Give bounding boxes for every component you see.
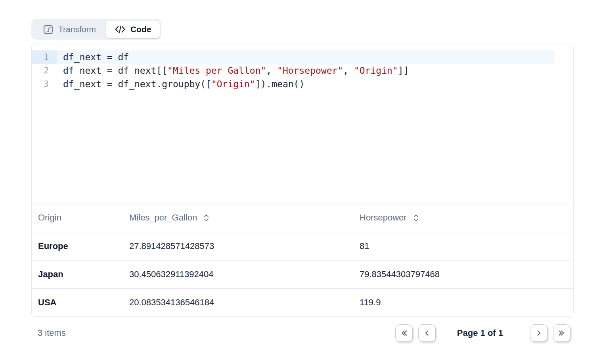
column-label: Origin: [38, 213, 61, 223]
table-row: Europe27.89142857142857381: [32, 232, 573, 261]
code-line[interactable]: 3df_next = df_next.groupby(["Origin"]).m…: [32, 77, 573, 91]
result-table: Origin Miles_per_Gallon: [32, 203, 573, 316]
column-header-horsepower[interactable]: Horsepower: [353, 203, 573, 232]
code-line[interactable]: 1df_next = df: [32, 50, 573, 64]
gutter-divider: [57, 44, 57, 96]
code-and-table-panel: 1df_next = df2df_next = df_next[["Miles_…: [31, 44, 574, 317]
tab-code[interactable]: Code: [106, 21, 160, 38]
row-label-origin: Europe: [32, 232, 123, 261]
cell-miles-per-gallon: 30.450632911392404: [123, 261, 353, 289]
code-line[interactable]: 2df_next = df_next[["Miles_per_Gallon", …: [32, 64, 573, 77]
pagination: Page 1 of 1: [395, 324, 570, 342]
column-header-origin: Origin: [32, 203, 123, 232]
function-icon: f: [43, 25, 53, 34]
sort-icon[interactable]: [413, 214, 419, 222]
view-tab-bar: f Transform Code: [31, 19, 161, 40]
cell-miles-per-gallon: 20.083534136546184: [123, 289, 353, 317]
table-row: Japan30.45063291139240479.83544303797468: [32, 261, 573, 289]
column-label: Horsepower: [360, 213, 407, 223]
svg-text:f: f: [47, 26, 51, 33]
next-page-button[interactable]: [530, 324, 547, 342]
tab-label: Transform: [58, 25, 96, 34]
table-header-row: Origin Miles_per_Gallon: [32, 203, 573, 232]
row-label-origin: Japan: [32, 261, 123, 289]
code-line-text: df_next = df: [57, 50, 554, 64]
last-page-button[interactable]: [553, 324, 570, 342]
double-chevron-left-icon: [400, 329, 408, 337]
cell-horsepower: 81: [353, 232, 573, 261]
items-count: 3 items: [38, 328, 66, 338]
tab-transform[interactable]: f Transform: [33, 21, 106, 38]
cell-horsepower: 79.83544303797468: [353, 261, 573, 289]
table-row: USA20.083534136546184119.9: [32, 289, 573, 317]
sort-icon[interactable]: [203, 214, 209, 222]
tab-label: Code: [130, 25, 151, 34]
table-footer: 3 items Page 1 of 1: [31, 322, 574, 344]
previous-page-button[interactable]: [418, 324, 436, 342]
first-page-button[interactable]: [395, 324, 413, 342]
page: f Transform Code 1df_next = df2df_next =…: [0, 0, 601, 364]
code-line-text: df_next = df_next[["Miles_per_Gallon", "…: [57, 64, 554, 77]
column-label: Miles_per_Gallon: [129, 213, 197, 223]
line-number: 3: [32, 77, 57, 91]
code-line-text: df_next = df_next.groupby(["Origin"]).me…: [57, 77, 554, 91]
double-chevron-right-icon: [557, 329, 566, 337]
cell-miles-per-gallon: 27.891428571428573: [123, 232, 353, 261]
chevron-right-icon: [534, 329, 543, 337]
row-label-origin: USA: [32, 289, 123, 317]
code-icon: [115, 25, 125, 33]
cell-horsepower: 119.9: [353, 289, 573, 317]
chevron-left-icon: [423, 329, 431, 337]
code-lines: 1df_next = df2df_next = df_next[["Miles_…: [32, 50, 573, 91]
code-editor[interactable]: 1df_next = df2df_next = df_next[["Miles_…: [32, 44, 573, 203]
line-number: 1: [32, 50, 57, 64]
column-header-miles-per-gallon[interactable]: Miles_per_Gallon: [123, 203, 353, 232]
page-indicator: Page 1 of 1: [457, 328, 503, 338]
line-number: 2: [32, 64, 57, 77]
